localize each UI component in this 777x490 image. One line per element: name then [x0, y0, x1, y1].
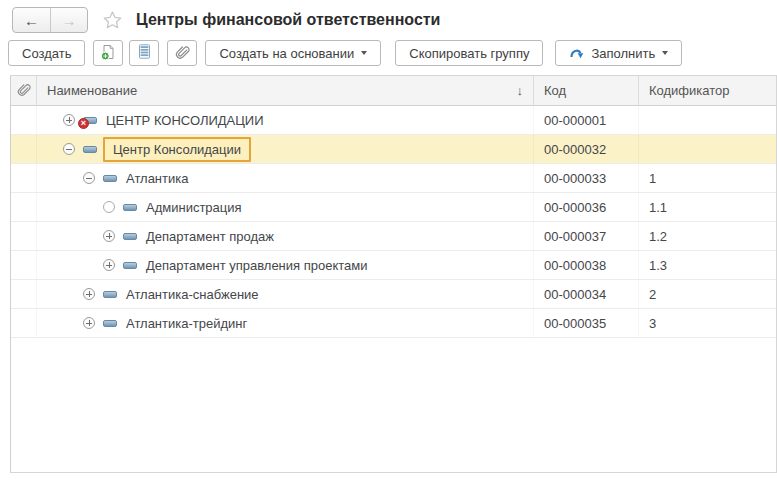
paperclip-icon: [174, 44, 190, 63]
fill-arrow-icon: [569, 46, 585, 60]
row-codifier-cell: 1.1: [639, 193, 776, 221]
create-on-basis-button[interactable]: Создать на основании: [205, 40, 381, 66]
row-codifier-cell: 1: [639, 164, 776, 192]
row-code-cell: 00-000035: [534, 309, 639, 337]
row-code-cell: 00-000033: [534, 164, 639, 192]
row-name-label: Администрация: [146, 200, 242, 215]
table-row[interactable]: × Атлантика-трейдинг 00-000035 3: [11, 309, 776, 338]
row-code-cell: 00-000038: [534, 251, 639, 279]
create-group-button[interactable]: [93, 40, 123, 66]
row-attachment-cell: [11, 222, 37, 250]
group-item-icon: ×: [123, 204, 137, 211]
paperclip-icon: [16, 82, 31, 100]
row-codifier-cell: 2: [639, 280, 776, 308]
row-code-cell: 00-000036: [534, 193, 639, 221]
tree-expander-icon[interactable]: [103, 230, 115, 242]
table-header: Наименование ↓ Код Кодификатор: [11, 76, 776, 106]
row-codifier-cell: [639, 135, 776, 163]
fill-button[interactable]: Заполнить: [555, 40, 682, 66]
favorite-star-icon[interactable]: [101, 9, 124, 32]
title-bar: ← → Центры финансовой ответственности: [0, 0, 777, 37]
row-name-cell: × Атлантика-снабжение: [37, 280, 534, 308]
group-item-icon: ×: [103, 320, 117, 327]
row-name-cell: × Департамент продаж: [37, 222, 534, 250]
chevron-down-icon: [361, 51, 367, 55]
table-row[interactable]: × Департамент продаж 00-000037 1.2: [11, 222, 776, 251]
group-item-icon: ×: [83, 117, 97, 124]
group-item-icon: ×: [103, 175, 117, 182]
row-attachment-cell: [11, 164, 37, 192]
row-code-cell: 00-000032: [534, 135, 639, 163]
group-item-icon: ×: [83, 146, 97, 153]
row-name-label: Атлантика-снабжение: [126, 287, 259, 302]
table-row[interactable]: × Департамент управления проектами 00-00…: [11, 251, 776, 280]
tree-expander-icon[interactable]: [103, 259, 115, 271]
create-on-basis-label: Создать на основании: [219, 46, 354, 61]
row-name-cell: × Атлантика-трейдинг: [37, 309, 534, 337]
table-row[interactable]: × Атлантика 00-000033 1: [11, 164, 776, 193]
row-name-label: Атлантика: [126, 171, 188, 186]
row-name-label: Атлантика-трейдинг: [126, 316, 247, 331]
history-nav: ← →: [12, 7, 88, 33]
tree-table: Наименование ↓ Код Кодификатор × ЦЕНТР К…: [10, 75, 777, 473]
row-attachment-cell: [11, 251, 37, 279]
tree-expander-icon[interactable]: [103, 201, 115, 213]
fill-label: Заполнить: [591, 46, 655, 61]
column-header-codifier[interactable]: Кодификатор: [639, 76, 776, 105]
column-header-attachments[interactable]: [11, 76, 37, 105]
new-folder-icon: [99, 43, 117, 64]
group-item-icon: ×: [103, 291, 117, 298]
table-row[interactable]: × ЦЕНТР КОНСОЛИДАЦИИ 00-000001: [11, 106, 776, 135]
row-attachment-cell: [11, 193, 37, 221]
tree-expander-icon[interactable]: [63, 114, 75, 126]
row-name-label: ЦЕНТР КОНСОЛИДАЦИИ: [106, 113, 264, 128]
list-icon: [136, 43, 153, 63]
page-title: Центры финансовой ответственности: [136, 11, 440, 29]
forward-button[interactable]: →: [50, 8, 87, 32]
row-name-cell: × Центр Консолидации: [37, 135, 534, 163]
table-body: × ЦЕНТР КОНСОЛИДАЦИИ 00-000001 × Центр К…: [11, 106, 776, 338]
row-name-cell: × Атлантика: [37, 164, 534, 192]
toolbar: Создать: [0, 37, 777, 75]
row-name-cell: × ЦЕНТР КОНСОЛИДАЦИИ: [37, 106, 534, 134]
row-code-cell: 00-000034: [534, 280, 639, 308]
column-header-name-label: Наименование: [47, 83, 137, 98]
table-row[interactable]: × Администрация 00-000036 1.1: [11, 193, 776, 222]
row-code-cell: 00-000001: [534, 106, 639, 134]
column-header-name[interactable]: Наименование ↓: [37, 76, 534, 105]
chevron-down-icon: [662, 51, 668, 55]
deleted-mark-icon: ×: [78, 118, 89, 129]
tree-expander-icon[interactable]: [83, 172, 95, 184]
row-name-label: Департамент продаж: [146, 229, 274, 244]
row-attachment-cell: [11, 309, 37, 337]
row-attachment-cell: [11, 135, 37, 163]
row-codifier-cell: 1.3: [639, 251, 776, 279]
list-settings-button[interactable]: [129, 40, 159, 66]
row-attachment-cell: [11, 106, 37, 134]
back-button[interactable]: ←: [13, 8, 50, 32]
attachments-button[interactable]: [167, 40, 197, 66]
table-row[interactable]: × Центр Консолидации 00-000032: [11, 135, 776, 164]
column-header-code[interactable]: Код: [534, 76, 639, 105]
row-name-label: Департамент управления проектами: [146, 258, 368, 273]
group-item-icon: ×: [123, 262, 137, 269]
row-codifier-cell: [639, 106, 776, 134]
tree-expander-icon[interactable]: [83, 317, 95, 329]
row-name-label: Центр Консолидации: [103, 137, 251, 162]
row-name-cell: × Департамент управления проектами: [37, 251, 534, 279]
row-attachment-cell: [11, 280, 37, 308]
row-name-cell: × Администрация: [37, 193, 534, 221]
create-button[interactable]: Создать: [8, 40, 85, 66]
sort-descending-icon: ↓: [517, 83, 524, 98]
row-codifier-cell: 3: [639, 309, 776, 337]
group-item-icon: ×: [123, 233, 137, 240]
copy-group-button[interactable]: Скопировать группу: [395, 40, 543, 66]
table-row[interactable]: × Атлантика-снабжение 00-000034 2: [11, 280, 776, 309]
row-codifier-cell: 1.2: [639, 222, 776, 250]
tree-expander-icon[interactable]: [83, 288, 95, 300]
row-code-cell: 00-000037: [534, 222, 639, 250]
tree-expander-icon[interactable]: [63, 143, 75, 155]
